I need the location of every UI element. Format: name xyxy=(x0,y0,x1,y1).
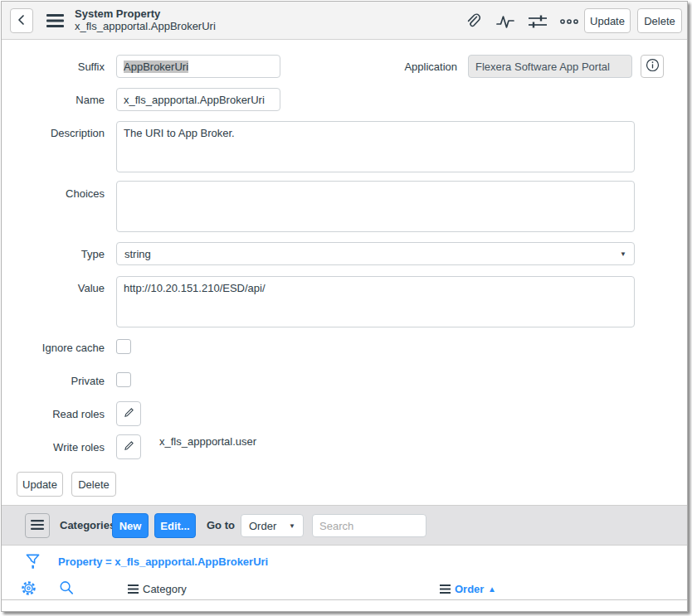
list-column-header-row: Category Order ▲ xyxy=(2,577,687,600)
goto-label: Go to xyxy=(207,519,235,531)
hamburger-icon xyxy=(31,520,44,532)
ignore-cache-checkbox[interactable] xyxy=(116,339,131,354)
write-roles-edit-button[interactable] xyxy=(116,434,141,459)
filter-breadcrumb[interactable]: Property = x_fls_appportal.AppBrokerUri xyxy=(58,555,268,568)
list-context-menu-button[interactable] xyxy=(25,513,50,538)
edit-button[interactable]: Edit... xyxy=(154,513,196,538)
column-header-order[interactable]: Order xyxy=(455,583,484,595)
filter-row: Property = x_fls_appportal.AppBrokerUri xyxy=(2,546,687,577)
name-input[interactable] xyxy=(116,88,280,111)
goto-selected-value: Order xyxy=(249,520,276,532)
name-label: Name xyxy=(2,94,105,106)
value-textarea[interactable]: http://10.20.151.210/ESD/api/ xyxy=(116,276,635,327)
pencil-icon xyxy=(123,406,135,422)
back-button[interactable] xyxy=(10,8,33,33)
attachment-icon[interactable] xyxy=(463,12,482,31)
application-input: Flexera Software App Portal xyxy=(468,55,632,78)
chevron-left-icon xyxy=(16,14,27,28)
dropdown-arrow-icon: ▼ xyxy=(289,522,295,530)
order-column-menu-icon[interactable] xyxy=(440,584,451,594)
application-reference-button[interactable] xyxy=(641,55,664,78)
app-window: System Property x_fls_appportal.AppBroke… xyxy=(1,1,688,612)
search-icon[interactable] xyxy=(58,580,76,597)
application-value: Flexera Software App Portal xyxy=(475,61,610,73)
personalize-form-icon[interactable] xyxy=(527,13,548,30)
more-options-icon[interactable] xyxy=(559,17,579,26)
filter-funnel-icon[interactable] xyxy=(24,552,41,570)
update-button-header[interactable]: Update xyxy=(584,8,631,33)
record-subtitle: x_fls_appportal.AppBrokerUri xyxy=(75,20,216,32)
activity-stream-icon[interactable] xyxy=(495,13,516,30)
info-icon xyxy=(646,58,660,75)
gear-icon[interactable] xyxy=(20,580,37,597)
pencil-icon xyxy=(123,439,135,455)
description-textarea[interactable]: The URI to App Broker. xyxy=(116,121,635,172)
value-label: Value xyxy=(2,282,105,294)
column-header-category[interactable]: Category xyxy=(143,583,187,595)
new-button[interactable]: New xyxy=(112,513,149,538)
write-roles-label: Write roles xyxy=(2,441,105,454)
type-label: Type xyxy=(2,248,105,260)
suffix-input[interactable]: AppBrokerUri xyxy=(116,55,280,78)
delete-button-header[interactable]: Delete xyxy=(637,8,682,33)
related-list-title: Categories xyxy=(60,519,115,531)
update-button-footer[interactable]: Update xyxy=(17,472,63,497)
dropdown-arrow-icon: ▼ xyxy=(620,250,626,258)
sort-ascending-icon: ▲ xyxy=(488,584,496,594)
choices-textarea[interactable] xyxy=(116,181,635,232)
form-header-bar: System Property x_fls_appportal.AppBroke… xyxy=(2,2,687,40)
suffix-selected-text: AppBrokerUri xyxy=(124,61,188,73)
category-column-menu-icon[interactable] xyxy=(128,584,139,594)
description-label: Description xyxy=(2,127,105,139)
type-select[interactable]: string ▼ xyxy=(116,242,635,265)
private-label: Private xyxy=(2,375,105,387)
page-title: System Property xyxy=(75,7,216,20)
ignore-cache-label: Ignore cache xyxy=(2,342,105,354)
type-selected-value: string xyxy=(124,248,151,260)
write-roles-value: x_fls_appportal.user xyxy=(159,435,256,448)
form-context-menu-icon[interactable] xyxy=(46,13,65,28)
read-roles-label: Read roles xyxy=(2,408,105,420)
delete-button-footer[interactable]: Delete xyxy=(71,472,116,497)
categories-list-header: Categories New Edit... Go to Order ▼ xyxy=(2,505,687,546)
goto-field-select[interactable]: Order ▼ xyxy=(241,514,304,537)
application-label: Application xyxy=(354,61,457,73)
private-checkbox[interactable] xyxy=(116,372,131,387)
read-roles-edit-button[interactable] xyxy=(116,401,141,426)
choices-label: Choices xyxy=(2,187,105,200)
suffix-label: Suffix xyxy=(2,61,105,73)
list-search-input[interactable] xyxy=(312,514,426,537)
